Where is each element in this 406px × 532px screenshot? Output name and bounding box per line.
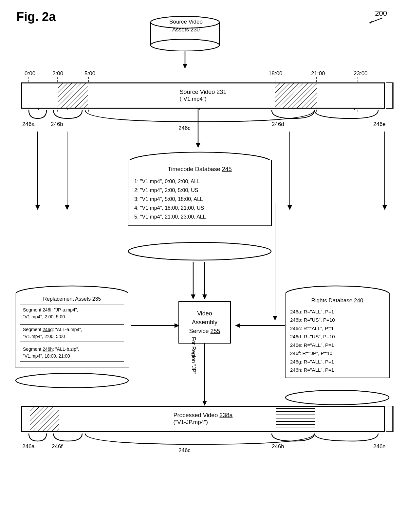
timecode-db-entry-1: 1: "V1.mp4", 0:00, 2:00, ALL bbox=[134, 177, 265, 186]
for-region-jp-label: For Region "JP" bbox=[191, 337, 196, 374]
arrow-cylinder-to-bar bbox=[182, 51, 192, 70]
brace-label-246c-proc: 246c bbox=[178, 447, 191, 454]
replacement-assets-cylinder-bottom bbox=[15, 372, 129, 390]
svg-marker-27 bbox=[65, 205, 69, 210]
source-video-assets-label: Source VideoAssets 230 bbox=[153, 18, 219, 34]
svg-marker-31 bbox=[287, 205, 292, 210]
tc-23-00: 23:00 bbox=[354, 70, 368, 77]
rights-db-body: Rights Database 240 246a: R="ALL", P=1 2… bbox=[285, 293, 390, 378]
svg-rect-16 bbox=[58, 83, 88, 108]
brace-label-246f-proc: 246f bbox=[52, 443, 63, 450]
arrow-246e-down bbox=[380, 132, 393, 213]
svg-rect-55 bbox=[276, 407, 315, 431]
rdb-entry-246b: 246b: R="US", P=10 bbox=[290, 316, 384, 324]
svg-marker-51 bbox=[202, 401, 207, 406]
arrow-246a-down bbox=[33, 132, 46, 213]
source-video-bar: Source Video 231("V1.mp4") bbox=[21, 82, 385, 109]
processed-hatch-246a bbox=[30, 407, 59, 431]
timecode-db-entry-5: 5: "V1.mp4", 21:00, 23:00, ALL bbox=[134, 212, 265, 221]
replacement-assets-body: Replacement Assets 235 Segment 246f: "JP… bbox=[15, 293, 129, 367]
svg-marker-49 bbox=[175, 323, 179, 328]
svg-marker-45 bbox=[273, 316, 277, 321]
arrow-ra-to-vas bbox=[131, 321, 183, 330]
segment-246f-box: Segment 246f: "JP-a.mp4","V1.mp4", 2:00,… bbox=[20, 305, 124, 322]
source-video-label: Source Video 231("V1.mp4") bbox=[177, 88, 229, 103]
svg-rect-53 bbox=[30, 407, 59, 431]
tc-5-00: 5:00 bbox=[84, 70, 95, 77]
rdb-entry-246g: 246g: R="ALL", P=1 bbox=[290, 358, 384, 366]
processed-braces-svg bbox=[18, 432, 396, 455]
fig-label: Fig. 2a bbox=[16, 10, 56, 24]
svg-point-47 bbox=[16, 373, 128, 388]
processed-video-bar: Processed Video 238a("V1-JP.mp4") bbox=[21, 406, 385, 432]
svg-marker-43 bbox=[235, 323, 240, 328]
ref-200-arrow bbox=[366, 16, 386, 26]
page-container: Fig. 2a 200 Source VideoAssets 230 0:00 … bbox=[0, 0, 406, 532]
tc-18-00: 18:00 bbox=[268, 70, 283, 77]
timecode-db-cylinder-bottom bbox=[128, 242, 272, 262]
arrow-246b-down bbox=[62, 132, 75, 213]
brace-label-246e-proc: 246e bbox=[373, 443, 386, 450]
hatch-segment-2 bbox=[275, 83, 317, 108]
arrow-246d-down bbox=[285, 132, 298, 213]
rdb-entry-246h: 246h: R="ALL", P=1 bbox=[290, 366, 384, 374]
line-timecodedb-to-rightsdb bbox=[272, 203, 288, 344]
segment-246h-box: Segment 246h: "ALL-b.zip","V1.mp4", 18:0… bbox=[20, 344, 124, 362]
rdb-entry-246e: 246e: R="ALL", P=1 bbox=[290, 341, 384, 349]
svg-marker-39 bbox=[202, 294, 207, 299]
video-assembly-service-box: VideoAssemblyService 255 bbox=[178, 301, 231, 344]
rdb-entry-246a: 246a: R="ALL", P=1 bbox=[290, 308, 384, 316]
brace-label-246h-proc: 246h bbox=[272, 443, 284, 450]
timecode-db-entry-2: 2: "V1.mp4", 2:00, 5:00, US bbox=[134, 186, 265, 195]
rdb-entry-246d: 246d: R="US", P=10 bbox=[290, 332, 384, 341]
vas-label: VideoAssemblyService 255 bbox=[189, 309, 220, 336]
timecode-db-entry-3: 3: "V1.mp4", 5:00, 18:00, ALL bbox=[134, 195, 265, 204]
svg-marker-37 bbox=[191, 294, 195, 299]
brace-label-246a-proc: 246a bbox=[22, 443, 35, 450]
rdb-entry-246c: 246c: R="ALL", P=1 bbox=[290, 324, 384, 333]
processed-bar-right-bracket bbox=[385, 406, 395, 432]
rights-db-cylinder-bottom bbox=[285, 389, 390, 407]
replacement-assets-title: Replacement Assets 235 bbox=[20, 296, 124, 302]
hatch-segment-1 bbox=[58, 83, 88, 108]
rights-db-title: Rights Database 240 bbox=[290, 296, 384, 306]
tc-0-00: 0:00 bbox=[25, 70, 35, 77]
segment-246g-box: Segment 246g: "ALL-a.mp4","V1.mp4", 2:00… bbox=[20, 324, 124, 342]
processed-video-label: Processed Video 238a("V1-JP.mp4") bbox=[171, 411, 235, 426]
svg-point-41 bbox=[286, 390, 389, 405]
svg-marker-29 bbox=[196, 143, 200, 148]
timecode-db-entry-4: 4: "V1.mp4", 18:00, 21:00, US bbox=[134, 204, 265, 212]
processed-hatch-246h bbox=[276, 407, 315, 431]
rdb-entry-246f: 246f: R="JP", P=10 bbox=[290, 349, 384, 358]
tc-2-00: 2:00 bbox=[52, 70, 63, 77]
tc-21-00: 21:00 bbox=[311, 70, 325, 77]
svg-marker-33 bbox=[382, 205, 387, 210]
svg-point-35 bbox=[128, 242, 271, 260]
arrow-vas-to-processed bbox=[198, 344, 214, 409]
timecode-db-title: Timecode Database 245 bbox=[134, 164, 265, 174]
svg-rect-18 bbox=[275, 83, 317, 108]
arrow-246c-down bbox=[195, 109, 205, 151]
svg-marker-8 bbox=[183, 64, 187, 69]
arrows-db-to-vas bbox=[187, 262, 219, 304]
timecode-db-body: Timecode Database 245 1: "V1.mp4", 0:00,… bbox=[128, 160, 272, 226]
svg-point-5 bbox=[151, 39, 219, 51]
svg-marker-25 bbox=[35, 205, 40, 210]
source-bar-right-bracket bbox=[385, 82, 395, 109]
